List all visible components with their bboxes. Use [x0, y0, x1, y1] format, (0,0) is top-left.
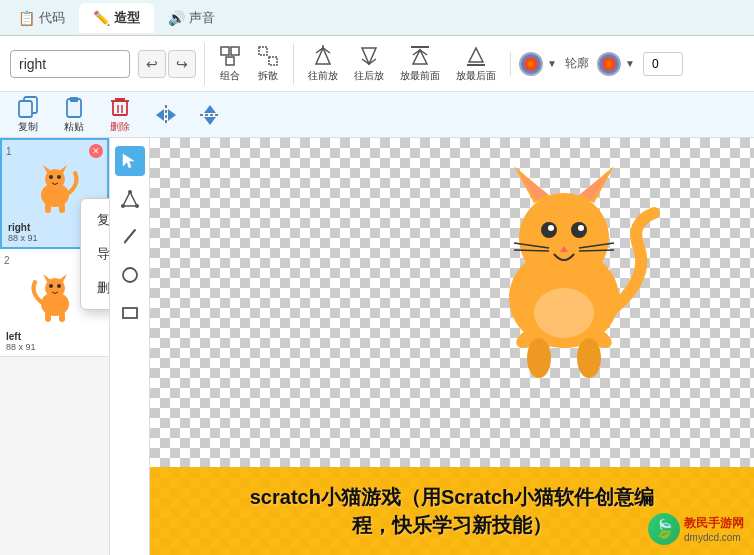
svg-rect-16: [70, 97, 78, 102]
svg-rect-3: [259, 47, 267, 55]
delete-icon: [108, 95, 132, 119]
svg-marker-5: [316, 48, 330, 64]
copy-icon: [16, 95, 40, 119]
reshape-tool-button[interactable]: [115, 184, 145, 214]
svg-marker-12: [469, 48, 483, 62]
svg-marker-10: [413, 50, 427, 64]
back-button[interactable]: 放最后面: [450, 43, 502, 85]
costume-name-input[interactable]: [10, 50, 130, 78]
svg-marker-21: [156, 109, 164, 121]
front-button[interactable]: 放最前面: [394, 43, 446, 85]
flip-v-button[interactable]: [192, 101, 228, 129]
flip-h-icon: [154, 105, 178, 125]
circle-icon: [121, 266, 139, 284]
backward-icon: [358, 45, 380, 67]
svg-rect-2: [226, 57, 234, 65]
undo-button[interactable]: ↩: [138, 50, 166, 78]
delete-button[interactable]: 删除: [100, 93, 140, 136]
svg-point-52: [519, 193, 609, 283]
flip-h-button[interactable]: [146, 103, 186, 127]
code-icon: 📋: [18, 10, 35, 26]
pencil-icon: [121, 228, 139, 246]
cat-sprite-svg: [454, 158, 674, 378]
context-menu: 复制 导出 删除: [80, 198, 110, 310]
main-area: 1 ✕: [0, 138, 754, 555]
paste-icon: [62, 95, 86, 119]
sprite-2-num: 2: [4, 255, 10, 266]
rect-icon: [121, 304, 139, 322]
sprite-1-header: 1 ✕: [6, 144, 103, 158]
toolbar-row1: ↩ ↪ 组合 拆散 往前放: [0, 36, 754, 92]
circle-tool-button[interactable]: [115, 260, 145, 290]
redo-button[interactable]: ↪: [168, 50, 196, 78]
svg-point-46: [121, 204, 125, 208]
svg-line-65: [579, 250, 614, 251]
forward-icon: [312, 45, 334, 67]
context-menu-export[interactable]: 导出: [81, 237, 110, 271]
sprite-2-thumb: [20, 269, 90, 329]
context-menu-copy[interactable]: 复制: [81, 203, 110, 237]
svg-point-70: [534, 288, 594, 338]
outline-color-arrow[interactable]: ▼: [625, 58, 635, 69]
svg-point-60: [578, 225, 584, 231]
svg-point-59: [548, 225, 554, 231]
sprite-panel: 1 ✕: [0, 138, 110, 555]
arrange-group: 组合 拆散: [204, 43, 285, 85]
svg-point-38: [49, 284, 53, 288]
svg-point-49: [123, 268, 137, 282]
watermark: 🍃 教民手游网 dmydcd.com: [648, 513, 744, 545]
watermark-logo: 🍃: [648, 513, 680, 545]
outline-label: 轮廓: [565, 55, 589, 72]
outline-color-group: ▼: [597, 52, 635, 76]
copy-button[interactable]: 复制: [8, 93, 48, 136]
svg-point-45: [135, 204, 139, 208]
tab-sound-label: 声音: [189, 9, 215, 27]
svg-rect-14: [19, 101, 32, 117]
sound-icon: 🔊: [168, 10, 185, 26]
tab-costume[interactable]: ✏️ 造型: [79, 3, 154, 33]
svg-rect-4: [269, 57, 277, 65]
svg-point-39: [57, 284, 61, 288]
group-button[interactable]: 组合: [213, 43, 247, 85]
layer-group: 往前放 往后放 放最前面 放最后面: [293, 43, 502, 85]
rect-tool-button[interactable]: [115, 298, 145, 328]
back-icon: [465, 45, 487, 67]
forward-button[interactable]: 往前放: [302, 43, 344, 85]
cursor-icon: [121, 152, 139, 170]
select-tool-button[interactable]: [115, 146, 145, 176]
canvas-area[interactable]: scratch小猫游戏（用Scratch小猫软件创意编 程，快乐学习新技能） 🍃…: [150, 138, 754, 555]
svg-point-69: [577, 338, 601, 378]
context-menu-delete[interactable]: 删除: [81, 271, 110, 305]
sprite-2-preview: [25, 272, 85, 327]
tab-sound[interactable]: 🔊 声音: [154, 3, 229, 33]
fill-color-arrow[interactable]: ▼: [547, 58, 557, 69]
svg-marker-56: [580, 174, 608, 200]
sprite-2-name: left: [6, 331, 105, 342]
outline-size-input[interactable]: [643, 52, 683, 76]
ungroup-button[interactable]: 拆散: [251, 43, 285, 85]
svg-rect-0: [221, 47, 229, 55]
pencil-tool-button[interactable]: [115, 222, 145, 252]
paste-button[interactable]: 粘贴: [54, 93, 94, 136]
svg-point-68: [527, 338, 551, 378]
fill-color-group: ▼: [510, 52, 557, 76]
tab-code[interactable]: 📋 代码: [4, 3, 79, 33]
outline-color-picker[interactable]: [597, 52, 621, 76]
toolbar-row2: 复制 粘贴 删除: [0, 92, 754, 138]
svg-marker-22: [168, 109, 176, 121]
cat-sprite-canvas: [454, 158, 674, 378]
backward-button[interactable]: 往后放: [348, 43, 390, 85]
flip-v-icon: [200, 103, 220, 127]
svg-point-44: [128, 190, 132, 194]
group-icon: [219, 45, 241, 67]
svg-marker-24: [204, 105, 216, 113]
svg-rect-41: [59, 312, 65, 322]
sprite-1-close[interactable]: ✕: [89, 144, 103, 158]
tab-costume-label: 造型: [114, 9, 140, 27]
svg-rect-40: [45, 312, 51, 322]
svg-rect-17: [113, 101, 127, 115]
tab-bar: 📋 代码 ✏️ 造型 🔊 声音: [0, 0, 754, 36]
svg-point-30: [49, 175, 53, 179]
svg-marker-8: [362, 48, 376, 64]
fill-color-picker[interactable]: [519, 52, 543, 76]
